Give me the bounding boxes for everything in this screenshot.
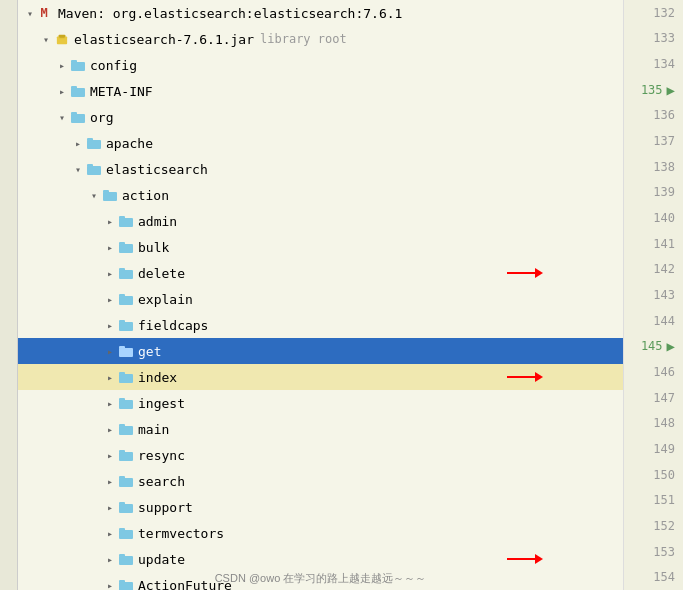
tree-item-maven-root[interactable]: MMaven: org.elasticsearch:elasticsearch:…	[18, 0, 623, 26]
toggle-meta-inf[interactable]	[54, 83, 70, 99]
item-label-termvectors: termvectors	[138, 526, 224, 541]
svg-rect-2	[59, 37, 64, 38]
folder-icon-main	[118, 421, 134, 437]
tree-item-bulk[interactable]: bulk	[18, 234, 623, 260]
folder-icon-explain	[118, 291, 134, 307]
svg-rect-40	[119, 528, 125, 531]
tree-item-elasticsearch[interactable]: elasticsearch	[18, 156, 623, 182]
line-number-154: 154	[624, 564, 683, 590]
svg-rect-16	[119, 216, 125, 219]
tree-item-get[interactable]: get	[18, 338, 623, 364]
tree-item-apache[interactable]: apache	[18, 130, 623, 156]
tree-item-admin[interactable]: admin	[18, 208, 623, 234]
item-label-org: org	[90, 110, 113, 125]
item-label-elasticsearch: elasticsearch	[106, 162, 208, 177]
tree-item-jar-file[interactable]: elasticsearch-7.6.1.jarlibrary root	[18, 26, 623, 52]
tree-item-ingest[interactable]: ingest	[18, 390, 623, 416]
svg-rect-44	[119, 580, 125, 583]
folder-icon-fieldcaps	[118, 317, 134, 333]
svg-rect-32	[119, 424, 125, 427]
line-number-151: 151	[624, 487, 683, 513]
line-number-142: 142	[624, 257, 683, 283]
tree-item-meta-inf[interactable]: META-INF	[18, 78, 623, 104]
folder-icon-ingest	[118, 395, 134, 411]
line-number-152: 152	[624, 513, 683, 539]
svg-rect-22	[119, 294, 125, 297]
svg-rect-42	[119, 554, 125, 557]
green-arrow-145: ▶	[667, 338, 675, 354]
toggle-bulk[interactable]	[102, 239, 118, 255]
toggle-fieldcaps[interactable]	[102, 317, 118, 333]
svg-rect-13	[103, 192, 117, 201]
toggle-ingest[interactable]	[102, 395, 118, 411]
tree-item-delete[interactable]: delete	[18, 260, 623, 286]
line-number-147: 147	[624, 385, 683, 411]
tree-item-resync[interactable]: resync	[18, 442, 623, 468]
toggle-search[interactable]	[102, 473, 118, 489]
folder-icon-resync	[118, 447, 134, 463]
tree-panel: MMaven: org.elasticsearch:elasticsearch:…	[18, 0, 623, 590]
line-number-153: 153	[624, 539, 683, 565]
tree-item-fieldcaps[interactable]: fieldcaps	[18, 312, 623, 338]
line-number-144: 144	[624, 308, 683, 334]
folder-icon-elasticsearch	[86, 161, 102, 177]
red-arrow-index	[507, 372, 543, 382]
toggle-jar-file[interactable]	[38, 31, 54, 47]
tree-item-update[interactable]: update	[18, 546, 623, 572]
item-label-admin: admin	[138, 214, 177, 229]
line-number-140: 140	[624, 205, 683, 231]
tree-item-explain[interactable]: explain	[18, 286, 623, 312]
item-label-resync: resync	[138, 448, 185, 463]
svg-rect-19	[119, 270, 133, 279]
svg-rect-43	[119, 582, 133, 590]
tree-item-action[interactable]: action	[18, 182, 623, 208]
tree-item-main[interactable]: main	[18, 416, 623, 442]
svg-rect-18	[119, 242, 125, 245]
svg-rect-41	[119, 556, 133, 565]
item-label-apache: apache	[106, 136, 153, 151]
svg-rect-25	[119, 348, 133, 357]
toggle-elasticsearch[interactable]	[70, 161, 86, 177]
toggle-explain[interactable]	[102, 291, 118, 307]
toggle-config[interactable]	[54, 57, 70, 73]
toggle-org[interactable]	[54, 109, 70, 125]
line-number-135: 135▶	[624, 77, 683, 103]
toggle-update[interactable]	[102, 551, 118, 567]
toggle-get[interactable]	[102, 343, 118, 359]
svg-rect-34	[119, 450, 125, 453]
toggle-maven-root[interactable]	[22, 5, 38, 21]
folder-icon-get	[118, 343, 134, 359]
toggle-delete[interactable]	[102, 265, 118, 281]
left-sidebar	[0, 0, 18, 590]
toggle-support[interactable]	[102, 499, 118, 515]
toggle-actionfuture[interactable]	[102, 577, 118, 590]
toggle-main[interactable]	[102, 421, 118, 437]
toggle-action[interactable]	[86, 187, 102, 203]
folder-icon-admin	[118, 213, 134, 229]
line-number-145: 145▶	[624, 334, 683, 360]
svg-rect-23	[119, 322, 133, 331]
toggle-admin[interactable]	[102, 213, 118, 229]
svg-rect-24	[119, 320, 125, 323]
red-arrow-delete	[507, 268, 543, 278]
folder-icon-support	[118, 499, 134, 515]
item-label-main: main	[138, 422, 169, 437]
item-label-explain: explain	[138, 292, 193, 307]
toggle-index[interactable]	[102, 369, 118, 385]
tree-item-search[interactable]: search	[18, 468, 623, 494]
svg-rect-29	[119, 400, 133, 409]
tree-item-termvectors[interactable]: termvectors	[18, 520, 623, 546]
toggle-resync[interactable]	[102, 447, 118, 463]
folder-icon-org	[70, 109, 86, 125]
tree-item-support[interactable]: support	[18, 494, 623, 520]
toggle-termvectors[interactable]	[102, 525, 118, 541]
tree-item-index[interactable]: index	[18, 364, 623, 390]
toggle-apache[interactable]	[70, 135, 86, 151]
svg-rect-10	[87, 138, 93, 141]
folder-icon-delete	[118, 265, 134, 281]
tree-item-org[interactable]: org	[18, 104, 623, 130]
tree-item-config[interactable]: config	[18, 52, 623, 78]
item-label-get: get	[138, 344, 161, 359]
green-arrow-135: ▶	[667, 82, 675, 98]
line-number-150: 150	[624, 462, 683, 488]
